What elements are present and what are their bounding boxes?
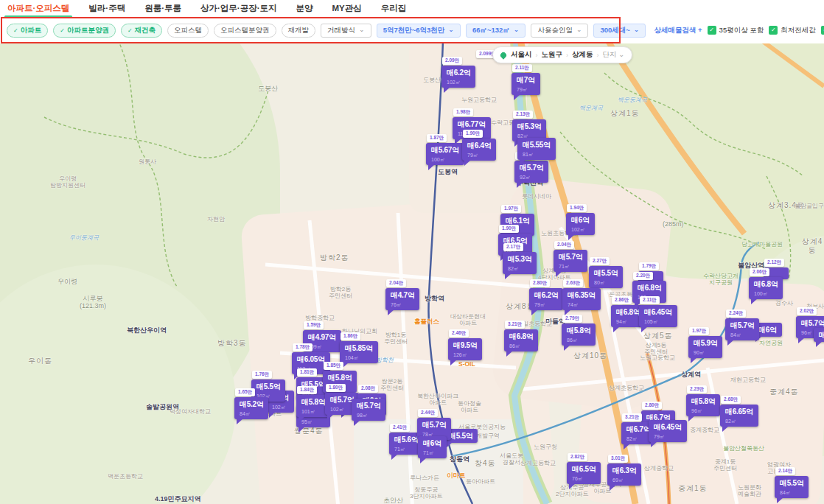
- price-marker[interactable]: 2.17만매5.3억82㎡: [503, 243, 537, 279]
- price-marker[interactable]: 2.46만매9.5억126㎡: [448, 329, 482, 365]
- breadcrumb-city[interactable]: 서울시: [511, 50, 532, 60]
- marker-sale-price: 매5.55억: [523, 140, 551, 150]
- filter-pill-오피스텔[interactable]: 오피스텔: [167, 24, 209, 38]
- marker-body: 매6.8억86㎡: [504, 329, 538, 351]
- price-marker[interactable]: 2.04만매5.7억71㎡: [554, 241, 587, 277]
- map-canvas[interactable]: 서울시› 노원구› 상계동› 단지 상계1동상계3.4동상계4동중계4동중계1동…: [0, 43, 824, 504]
- price-marker[interactable]: 2.82만매6.5억76㎡: [567, 453, 601, 489]
- filter-checkbox-세안고포함[interactable]: ✓세안고포함: [821, 26, 824, 35]
- checkbox-check-icon: ✓: [821, 26, 824, 35]
- marker-sale-price: 매5.5억: [449, 431, 472, 441]
- filter-pill-사용승인일[interactable]: 사용승인일: [531, 24, 588, 38]
- price-marker[interactable]: 2.09만매6.2억102㎡: [441, 57, 475, 93]
- map-label: 수락산당고개 지구공원: [703, 273, 739, 286]
- marker-area: 76㎡: [572, 475, 596, 483]
- map-label: 덕성여자대학교: [170, 408, 211, 415]
- marker-price-per-pyeong: 1.78만: [293, 343, 313, 351]
- marker-sale-price: 매5.85억: [345, 343, 373, 354]
- marker-tail: [691, 357, 697, 363]
- filter-checkbox-35평이상 포함[interactable]: ✓35평이상 포함: [708, 26, 764, 35]
- marker-price-per-pyeong: 1.80만: [326, 384, 346, 392]
- filter-pill-300세대~[interactable]: 300세대~: [593, 24, 646, 38]
- price-marker[interactable]: 2.24만매5.7억84㎡: [725, 309, 759, 346]
- marker-tail: [727, 340, 734, 346]
- marker-tail: [505, 273, 511, 279]
- price-marker[interactable]: 2.23만매5.8억96㎡: [686, 385, 720, 421]
- map-label: 4.19민주묘지역: [155, 495, 201, 503]
- chevron-right-icon: ›: [536, 52, 538, 59]
- marker-sale-price: 매5.2억: [240, 399, 263, 410]
- breadcrumb-complex-dropdown[interactable]: 단지: [603, 50, 625, 60]
- breadcrumb[interactable]: 서울시› 노원구› 상계동› 단지: [492, 46, 632, 63]
- price-marker[interactable]: 2.80만매6.2억79㎡: [529, 279, 563, 315]
- map-label: 롯데시네마: [522, 193, 551, 200]
- marker-tail: [269, 412, 276, 418]
- marker-tail: [641, 326, 648, 332]
- map-label: 자현암: [207, 216, 225, 223]
- nav-tab-아파트·오피스텔[interactable]: 아파트·오피스텔: [7, 3, 69, 14]
- marker-sale-price: 매6.35억: [568, 290, 596, 301]
- nav-tab-원룸·투룸[interactable]: 원룸·투룸: [144, 3, 181, 14]
- marker-sale-price: 매5.5억: [594, 268, 618, 279]
- marker-tail: [388, 309, 394, 315]
- map-label: 우이동계곡: [69, 234, 99, 241]
- price-marker[interactable]: 매6억71㎡: [418, 436, 447, 463]
- map-label: 동아청솔 아파트: [458, 400, 481, 413]
- price-marker[interactable]: 3.21만매6.8억86㎡: [504, 321, 538, 357]
- filter-pill-아파트[interactable]: 아파트: [7, 24, 48, 38]
- marker-area: 126㎡: [453, 351, 477, 359]
- price-marker[interactable]: 2.68만매6.65억82㎡: [720, 396, 758, 432]
- price-marker[interactable]: 2.06만매6.8억100㎡: [749, 268, 783, 304]
- breadcrumb-district[interactable]: 노원구: [542, 50, 563, 60]
- marker-area: 71㎡: [423, 449, 441, 457]
- filter-pill-오피스텔분양권[interactable]: 오피스텔분양권: [214, 24, 276, 38]
- price-marker[interactable]: 매6억: [814, 328, 824, 347]
- marker-area: 102㎡: [447, 79, 470, 86]
- marker-tail: [420, 458, 427, 463]
- marker-sale-price: 매6억: [571, 215, 590, 225]
- filter-pill-5억7천만~6억3천만[interactable]: 5억7천만~6억3천만: [377, 24, 461, 38]
- price-marker[interactable]: 3.01만매6.3억69㎡: [607, 455, 641, 491]
- detail-search-link[interactable]: 상세매물검색 +: [654, 26, 702, 35]
- filter-pill-66㎡~132㎡[interactable]: 66㎡~132㎡: [466, 24, 526, 38]
- nav-tab-분양[interactable]: 분양: [296, 3, 313, 14]
- price-marker[interactable]: 2.11만매7억79㎡: [511, 64, 540, 100]
- price-marker[interactable]: 1.97만매5.9억90㎡: [688, 327, 722, 363]
- price-marker[interactable]: 2.04만매4.7억76㎡: [385, 279, 419, 315]
- price-marker[interactable]: 매5.55억81㎡: [517, 138, 556, 165]
- chevron-right-icon: ›: [566, 52, 568, 59]
- filter-pill-재개발[interactable]: 재개발: [282, 24, 316, 38]
- price-marker[interactable]: 매5.7억98㎡: [352, 399, 385, 426]
- price-marker[interactable]: 2.14만매5.5억84㎡: [775, 467, 809, 503]
- marker-sale-price: 매6.2억: [447, 68, 470, 78]
- nav-tab-MY관심[interactable]: MY관심: [332, 3, 362, 14]
- marker-sale-price: 매5.67억: [431, 145, 459, 155]
- nav-tab-우리집[interactable]: 우리집: [381, 3, 407, 14]
- map-label: 루나스가든: [410, 475, 439, 481]
- breadcrumb-dong[interactable]: 상계동: [572, 50, 593, 60]
- price-marker[interactable]: 1.90만매6.4억79㎡: [462, 130, 496, 166]
- price-marker[interactable]: 1.94만매6억102㎡: [566, 204, 595, 240]
- map-label: 방학2동: [320, 253, 349, 262]
- price-marker[interactable]: 1.87만매5.67억100㎡: [426, 134, 464, 170]
- price-marker[interactable]: 2.79만매5.8억86㎡: [562, 315, 596, 351]
- nav-tab-빌라·주택[interactable]: 빌라·주택: [88, 3, 125, 14]
- filter-pill-아파트분양권[interactable]: 아파트분양권: [53, 24, 116, 38]
- price-marker[interactable]: 1.65만매5.2억84㎡: [234, 388, 268, 424]
- filter-pill-거래방식[interactable]: 거래방식: [321, 24, 371, 38]
- marker-sale-price: 매6.77억: [458, 119, 486, 130]
- map-label: 방학천: [376, 357, 394, 363]
- map-label: 중계1동 주민센터: [713, 458, 737, 472]
- nav-tab-상가·업무·공장·토지[interactable]: 상가·업무·공장·토지: [200, 3, 277, 14]
- marker-tail: [298, 427, 305, 433]
- marker-price-per-pyeong: 2.09만: [442, 57, 462, 65]
- price-marker[interactable]: 2.63만매6.35억74㎡: [562, 279, 601, 315]
- marker-body: 매6억: [814, 328, 824, 342]
- marker-sale-price: 매5.3억: [517, 122, 541, 132]
- price-marker[interactable]: 2.11만매6.45억105㎡: [639, 296, 677, 332]
- filter-checkbox-최저전세값[interactable]: ✓최저전세값: [769, 26, 816, 35]
- price-marker[interactable]: 매6.45억79㎡: [649, 420, 687, 447]
- marker-price-per-pyeong: 2.41만: [390, 424, 410, 432]
- marker-tail: [520, 159, 526, 165]
- filter-pill-재건축[interactable]: 재건축: [121, 24, 162, 38]
